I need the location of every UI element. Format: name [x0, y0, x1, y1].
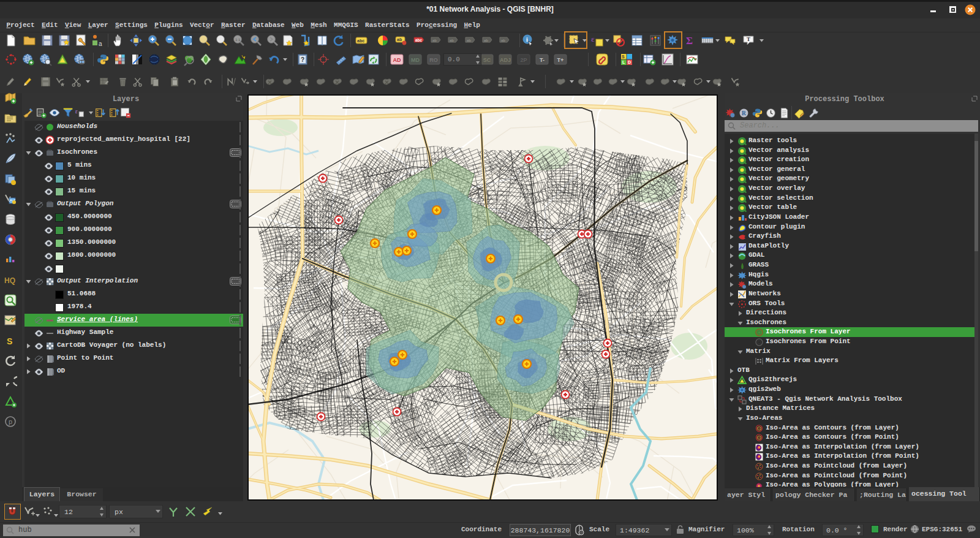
svg-text:ab: ab — [467, 39, 471, 42]
svg-text:HQ: HQ — [4, 276, 15, 285]
svg-text:T+: T+ — [557, 57, 564, 63]
svg-text:ab: ab — [484, 39, 488, 42]
svg-text:T: T — [747, 36, 750, 42]
svg-text:i: i — [526, 36, 528, 43]
svg-text:RO: RO — [429, 57, 438, 63]
svg-text:MD: MD — [411, 57, 420, 63]
svg-text:ab: ab — [432, 39, 437, 42]
svg-text:Σ: Σ — [686, 35, 693, 47]
svg-text:SC: SC — [483, 57, 491, 63]
svg-text:D: D — [628, 60, 631, 64]
svg-text:2P: 2P — [520, 57, 527, 63]
svg-text:abc: abc — [357, 39, 364, 43]
svg-text:?: ? — [301, 56, 304, 63]
svg-text:L: L — [622, 60, 625, 64]
svg-text:ε: ε — [591, 34, 595, 44]
svg-text:ab: ab — [501, 39, 505, 42]
svg-text:abc: abc — [415, 38, 422, 42]
svg-text:ADJ: ADJ — [500, 57, 511, 63]
svg-text:AD: AD — [393, 57, 401, 63]
svg-text:1:1: 1:1 — [235, 38, 241, 42]
svg-text:ab: ab — [397, 37, 402, 42]
svg-text:p: p — [9, 418, 12, 425]
svg-text:ε: ε — [75, 108, 78, 115]
svg-text:R: R — [742, 110, 746, 116]
svg-text:S: S — [7, 336, 12, 346]
svg-text:S: S — [622, 55, 625, 59]
svg-text:a: a — [99, 40, 102, 47]
svg-text:ab: ab — [450, 39, 454, 42]
svg-text:T-: T- — [540, 57, 545, 63]
